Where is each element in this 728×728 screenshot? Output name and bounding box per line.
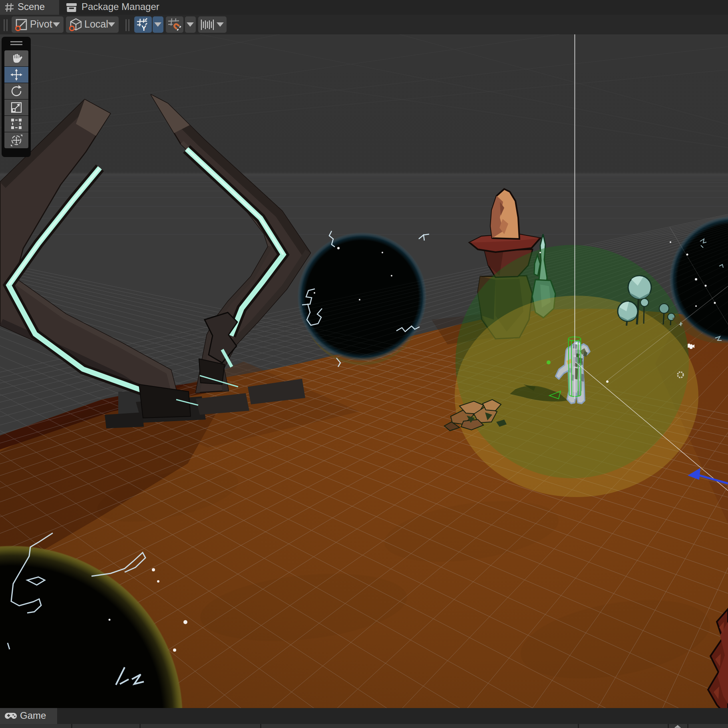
svg-text:Y: Y xyxy=(141,24,146,32)
